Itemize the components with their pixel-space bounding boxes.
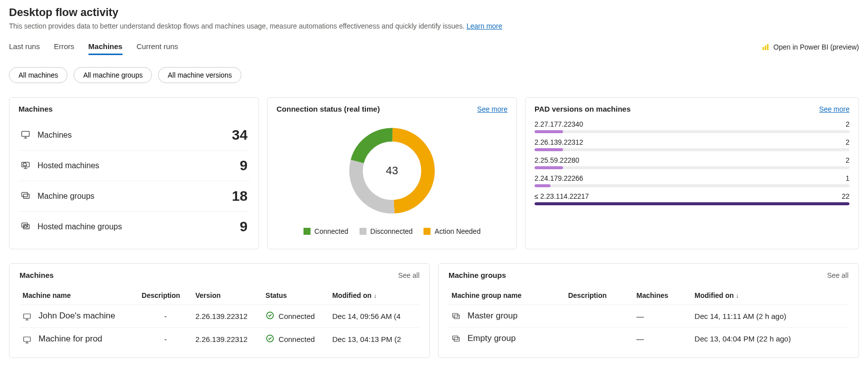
machines-th-modified[interactable]: Modified on ↓ <box>329 286 420 305</box>
legend-action: Action Needed <box>424 227 480 235</box>
machine-version: 2.26.139.22312 <box>192 328 262 351</box>
tab-errors[interactable]: Errors <box>54 39 74 55</box>
filter-all-machine-groups[interactable]: All machine groups <box>74 67 152 83</box>
group-icon <box>20 191 30 202</box>
filter-all-machines[interactable]: All machines <box>9 67 68 83</box>
machine-modified: Dec 14, 09:56 AM (4 <box>329 305 420 328</box>
machine-modified: Dec 13, 04:13 PM (2 <box>329 328 420 351</box>
groups-th-modified[interactable]: Modified on ↓ <box>692 286 848 305</box>
version-row[interactable]: 2.26.139.223122 <box>534 138 850 151</box>
legend-disconnected: Disconnected <box>360 227 413 235</box>
page-subtitle: This section provides data to better und… <box>9 22 859 30</box>
version-bar <box>534 130 850 133</box>
hosted-group-icon <box>20 221 30 233</box>
svg-rect-0 <box>762 47 764 50</box>
open-power-bi-button[interactable]: Open in Power BI (preview) <box>762 43 859 51</box>
version-label: 2.24.179.22266 <box>534 174 583 182</box>
version-row[interactable]: 2.25.59.222802 <box>534 156 850 169</box>
svg-rect-8 <box>24 194 30 198</box>
swatch-connected-icon <box>304 228 310 235</box>
groups-table-card: Machine groups See all Machine group nam… <box>438 263 859 358</box>
filters-row: All machines All machine groups All mach… <box>9 67 859 83</box>
stat-value: 18 <box>232 188 248 204</box>
machines-th-name[interactable]: Machine name <box>20 286 138 305</box>
version-row[interactable]: ≤ 2.23.114.2221722 <box>534 192 850 205</box>
machine-name: Machine for prod <box>38 334 102 343</box>
version-label: ≤ 2.23.114.22217 <box>534 192 589 200</box>
legend-action-label: Action Needed <box>434 227 480 235</box>
version-count: 2 <box>846 120 850 128</box>
subtitle-text: This section provides data to better und… <box>9 22 464 30</box>
version-label: 2.27.177.22340 <box>534 120 583 128</box>
version-bar-fill <box>534 130 563 133</box>
connection-donut-chart: 43 <box>344 123 440 218</box>
groups-see-all-link[interactable]: See all <box>827 271 848 279</box>
machine-status: Connected <box>278 335 315 343</box>
machines-th-version[interactable]: Version <box>192 286 262 305</box>
learn-more-link[interactable]: Learn more <box>466 22 502 30</box>
stat-row[interactable]: Hosted machines9 <box>18 151 250 181</box>
version-bar <box>534 166 850 169</box>
machine-desc: - <box>138 305 192 328</box>
machine-status: Connected <box>278 312 315 320</box>
svg-rect-3 <box>22 131 30 136</box>
version-bar-fill <box>534 166 563 169</box>
table-row[interactable]: Machine for prod-2.26.139.22312Connected… <box>20 328 420 351</box>
version-row[interactable]: 2.27.177.223402 <box>534 120 850 133</box>
version-bar <box>534 184 850 187</box>
version-label: 2.26.139.22312 <box>534 138 583 146</box>
connection-status-card: Connection status (real time) See more 4… <box>267 97 517 249</box>
group-name: Master group <box>468 311 518 320</box>
swatch-disconnected-icon <box>360 228 366 235</box>
tab-machines[interactable]: Machines <box>88 39 122 55</box>
tables-row: Machines See all Machine name Descriptio… <box>9 263 859 358</box>
connection-see-more-link[interactable]: See more <box>477 105 508 113</box>
sort-down-icon: ↓ <box>736 292 739 299</box>
groups-table-title: Machine groups <box>448 271 506 279</box>
connection-card-title: Connection status (real time) <box>276 105 380 113</box>
stat-row[interactable]: Hosted machine groups9 <box>18 212 250 242</box>
svg-rect-7 <box>22 192 28 196</box>
groups-th-desc[interactable]: Description <box>565 286 634 305</box>
version-count: 2 <box>846 138 850 146</box>
version-count: 1 <box>846 174 850 182</box>
pad-see-more-link[interactable]: See more <box>819 105 850 113</box>
group-machines: — <box>634 327 692 350</box>
table-row[interactable]: John Doe's machine-2.26.139.22312Connect… <box>20 305 420 328</box>
machines-th-desc[interactable]: Description <box>138 286 192 305</box>
table-row[interactable]: Master group—Dec 14, 11:11 AM (2 h ago) <box>448 305 848 327</box>
machine-version: 2.26.139.22312 <box>192 305 262 328</box>
tab-last-runs[interactable]: Last runs <box>9 39 40 55</box>
hosted-icon <box>20 160 30 172</box>
pad-card-title: PAD versions on machines <box>534 105 630 113</box>
power-bi-icon <box>762 43 770 51</box>
stat-row[interactable]: Machine groups18 <box>18 181 250 212</box>
machine-name: John Doe's machine <box>38 311 116 320</box>
legend-connected-label: Connected <box>314 227 348 235</box>
version-row[interactable]: 2.24.179.222661 <box>534 174 850 187</box>
open-power-bi-label: Open in Power BI (preview) <box>774 43 859 51</box>
stat-label: Hosted machine groups <box>38 222 122 231</box>
machines-table-title: Machines <box>20 271 54 279</box>
groups-th-machines[interactable]: Machines <box>634 286 692 305</box>
groups-table: Machine group name Description Machines … <box>448 286 848 349</box>
machines-see-all-link[interactable]: See all <box>398 271 420 279</box>
machine-icon <box>22 334 38 343</box>
svg-rect-22 <box>454 337 460 341</box>
group-desc <box>565 327 634 350</box>
status-check-icon <box>266 334 274 344</box>
tabs-row: Last runs Errors Machines Current runs O… <box>9 39 859 55</box>
donut-total: 43 <box>344 123 440 218</box>
machine-icon <box>22 311 38 320</box>
legend-connected: Connected <box>304 227 348 235</box>
group-name: Empty group <box>468 333 516 343</box>
machines-th-status[interactable]: Status <box>262 286 329 305</box>
version-bar-fill <box>534 148 563 151</box>
groups-th-name[interactable]: Machine group name <box>448 286 565 305</box>
tab-current-runs[interactable]: Current runs <box>136 39 178 55</box>
page-title: Desktop flow activity <box>9 6 859 19</box>
legend-disconnected-label: Disconnected <box>370 227 413 235</box>
table-row[interactable]: Empty group—Dec 13, 04:04 PM (22 h ago) <box>448 327 848 350</box>
filter-all-machine-versions[interactable]: All machine versions <box>158 67 241 83</box>
stat-row[interactable]: Machines34 <box>18 120 250 151</box>
